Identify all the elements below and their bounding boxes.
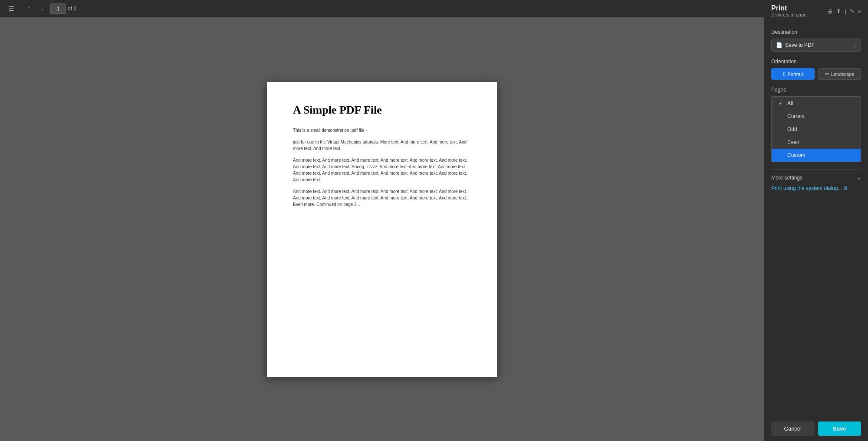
pages-option-current[interactable]: Current (772, 110, 861, 123)
pages-option-odd[interactable]: Odd (772, 123, 861, 136)
panel-content: Destination 📄 Save to PDF ⌄ Orientation … (764, 22, 868, 416)
destination-select[interactable]: 📄 Save to PDF ⌄ (771, 39, 861, 52)
system-dialog-link[interactable]: Print using the system dialog... ⧉ (771, 185, 861, 191)
cursor-icon[interactable]: | (845, 8, 846, 14)
pages-option-even[interactable]: Even (772, 136, 861, 149)
pages-list: ✓ All Current Odd Even (771, 96, 861, 162)
more-settings-header[interactable]: More settings ⌄ (771, 175, 861, 181)
page-number-input[interactable] (50, 3, 66, 14)
next-page-button[interactable]: ⌃ (36, 3, 49, 15)
panel-title: Print (771, 4, 808, 12)
pages-label: Pages (771, 87, 861, 93)
landscape-icon: ▭ (825, 71, 829, 77)
pdf-body: This is a small demonstration .pdf file … (293, 127, 471, 208)
destination-value: Save to PDF (785, 42, 815, 48)
pdf-title: A Simple PDF File (293, 104, 471, 117)
system-dialog-label: Print using the system dialog... (771, 185, 842, 191)
panel-subtitle: 2 sheets of paper (771, 12, 808, 17)
panel-header-left: Print 2 sheets of paper (771, 4, 808, 17)
panel-header: Print 2 sheets of paper 🖨 ⬆ | ✎ » (764, 0, 868, 22)
pages-option-odd-label: Odd (787, 126, 797, 132)
pages-option-even-label: Even (787, 139, 799, 145)
pages-option-current-label: Current (787, 113, 805, 119)
sidebar-toggle-icon: ☰ (9, 5, 14, 12)
pages-option-custom[interactable]: Custom (772, 149, 861, 162)
pdf-paragraph-1: This is a small demonstration .pdf file … (293, 127, 471, 134)
document-icon: 📄 (776, 42, 783, 48)
external-link-icon: ⧉ (844, 185, 848, 191)
toolbar: ☰ ⌃ ⌃ of 2 (0, 0, 764, 17)
orientation-group: ▯ Portrait ▭ Landscape (771, 68, 861, 80)
more-settings-section: More settings ⌄ Print using the system d… (771, 169, 861, 191)
edit-icon[interactable]: ✎ (850, 8, 855, 14)
cancel-button[interactable]: Cancel (771, 421, 815, 436)
landscape-label: Landscape (831, 72, 855, 77)
pages-option-all-label: All (787, 100, 793, 106)
pdf-page: A Simple PDF File This is a small demons… (267, 82, 497, 377)
pdf-paragraph-2: just for use in the Virtual Mechanics tu… (293, 139, 471, 152)
orientation-label: Orientation (771, 59, 861, 65)
print-panel: Print 2 sheets of paper 🖨 ⬆ | ✎ » Destin… (764, 0, 868, 441)
save-button[interactable]: Save (818, 421, 861, 436)
portrait-button[interactable]: ▯ Portrait (771, 68, 815, 80)
destination-select-left: 📄 Save to PDF (776, 42, 815, 48)
sidebar-toggle-button[interactable]: ☰ (5, 3, 17, 15)
preview-area: ☰ ⌃ ⌃ of 2 A Simple PDF File This is a s… (0, 0, 764, 441)
destination-label: Destination (771, 29, 861, 35)
more-settings-label: More settings (771, 175, 802, 181)
portrait-icon: ▯ (783, 71, 786, 77)
expand-icon[interactable]: » (858, 8, 861, 14)
pdf-paragraph-4: And more text. And more text. And more t… (293, 188, 471, 208)
share-icon[interactable]: ⬆ (836, 8, 841, 14)
pages-option-all[interactable]: ✓ All (772, 97, 861, 110)
landscape-button[interactable]: ▭ Landscape (818, 68, 861, 80)
prev-page-button[interactable]: ⌃ (23, 3, 35, 15)
page-navigation: ⌃ ⌃ of 2 (23, 3, 76, 15)
panel-toolbar-icons: 🖨 ⬆ | ✎ » (827, 8, 861, 14)
pages-section: Pages ✓ All Current Odd (771, 87, 861, 162)
panel-footer: Cancel Save (764, 416, 868, 441)
more-settings-chevron-icon: ⌄ (857, 175, 861, 181)
chevron-down-icon: ⌄ (853, 43, 856, 48)
page-total-label: of 2 (68, 6, 76, 12)
pages-option-custom-label: Custom (787, 152, 805, 158)
portrait-label: Portrait (788, 72, 803, 77)
print-icon[interactable]: 🖨 (827, 8, 833, 14)
pdf-preview-container: A Simple PDF File This is a small demons… (0, 17, 764, 441)
checkmark-all: ✓ (779, 101, 784, 106)
pdf-paragraph-3: And more text. And more text. And more t… (293, 157, 471, 183)
